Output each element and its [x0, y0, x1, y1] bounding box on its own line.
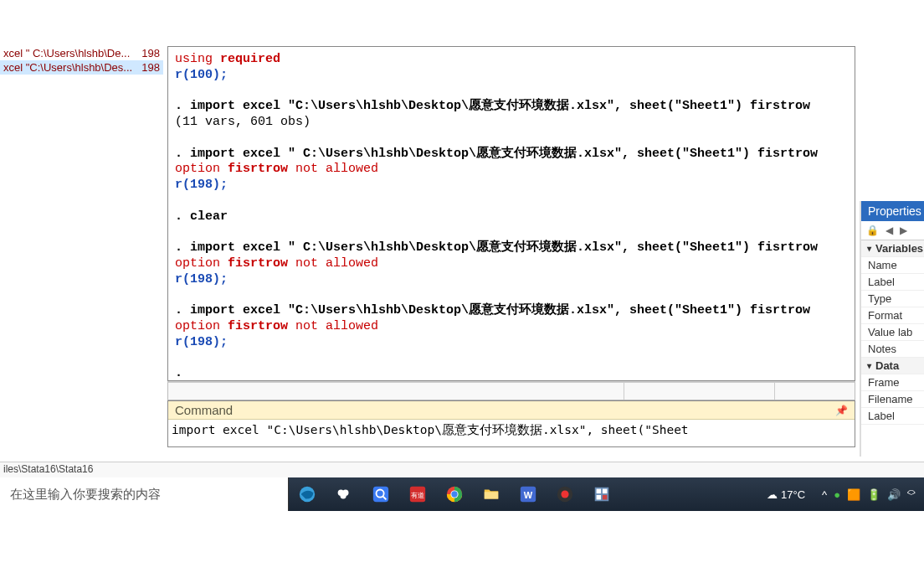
- svg-rect-14: [485, 492, 499, 498]
- svg-rect-4: [373, 487, 388, 502]
- top-blank-area: [0, 0, 924, 46]
- prop-type[interactable]: Type: [861, 291, 924, 307]
- file-explorer-icon[interactable]: [473, 477, 510, 511]
- tray-chevron-icon[interactable]: ^: [822, 488, 827, 501]
- prop-valuelab[interactable]: Value lab: [861, 324, 924, 341]
- command-header: Command 📌: [168, 401, 855, 420]
- tray-app-icon[interactable]: 🟧: [847, 488, 860, 501]
- svg-rect-20: [597, 489, 602, 494]
- svg-point-3: [340, 493, 346, 498]
- properties-pane: Properties 🔒 ◀ ▶ Variables Name Label Ty…: [860, 201, 924, 457]
- prop-section-data[interactable]: Data: [861, 358, 924, 374]
- history-rc: 198: [141, 61, 160, 74]
- prop-filename[interactable]: Filename: [861, 391, 924, 408]
- wps-icon[interactable]: W: [510, 477, 547, 511]
- properties-title: Properties: [861, 201, 924, 221]
- taskbar-search[interactable]: 在这里输入你要搜索的内容: [0, 477, 289, 511]
- nav-right-icon[interactable]: ▶: [900, 224, 907, 236]
- history-pane: xcel " C:\Users\hlshb\De... 198 xcel "C:…: [0, 46, 163, 457]
- history-cmd: xcel " C:\Users\hlshb\De...: [3, 47, 136, 59]
- prop-section-variables[interactable]: Variables: [861, 240, 924, 257]
- tray-wechat-icon[interactable]: ●: [834, 488, 840, 501]
- history-item[interactable]: xcel "C:\Users\hlshb\Des... 198: [0, 60, 163, 75]
- edge-icon[interactable]: [289, 477, 326, 511]
- results-text: using required r(100); . import excel "C…: [175, 52, 848, 381]
- record-icon[interactable]: [547, 477, 583, 511]
- prop-notes[interactable]: Notes: [861, 341, 924, 358]
- tray-battery-icon[interactable]: 🔋: [867, 488, 880, 501]
- weather-temp: 17°C: [781, 488, 805, 501]
- weather-widget[interactable]: ☁ 17°C: [767, 488, 805, 501]
- pin-icon[interactable]: 📌: [835, 405, 848, 416]
- prop-format[interactable]: Format: [861, 307, 924, 324]
- svg-text:有道: 有道: [411, 492, 424, 499]
- youdao-icon[interactable]: 有道: [399, 477, 436, 511]
- magnifier-app-icon[interactable]: [362, 477, 399, 511]
- results-status-bar: [167, 381, 855, 400]
- svg-rect-21: [603, 489, 608, 494]
- command-title: Command: [175, 403, 233, 417]
- nav-left-icon[interactable]: ◀: [886, 224, 893, 236]
- windows-taskbar: 在这里输入你要搜索的内容 有道 W ☁ 17°C ^ ● 🟧 🔋 🔊 ⌔: [0, 477, 924, 511]
- prop-label[interactable]: Label: [861, 274, 924, 291]
- history-item[interactable]: xcel " C:\Users\hlshb\De... 198: [0, 46, 163, 60]
- prop-name[interactable]: Name: [861, 257, 924, 274]
- svg-text:W: W: [524, 490, 533, 500]
- results-pane[interactable]: using required r(100); . import excel "C…: [167, 46, 855, 381]
- svg-point-13: [451, 491, 457, 497]
- stata-icon[interactable]: [583, 477, 620, 511]
- search-placeholder: 在这里输入你要搜索的内容: [10, 487, 161, 503]
- cloud-icon: ☁: [767, 488, 778, 501]
- lock-icon[interactable]: 🔒: [866, 224, 879, 236]
- tray-volume-icon[interactable]: 🔊: [887, 488, 901, 501]
- svg-rect-22: [597, 495, 602, 500]
- properties-toolbar: 🔒 ◀ ▶: [861, 221, 924, 240]
- prop-label2[interactable]: Label: [861, 408, 924, 425]
- prop-frame[interactable]: Frame: [861, 374, 924, 391]
- command-pane: Command 📌: [167, 400, 855, 447]
- task-icons: 有道 W: [289, 477, 620, 511]
- svg-rect-23: [603, 495, 608, 500]
- command-input[interactable]: [168, 420, 855, 440]
- system-tray: ☁ 17°C ^ ● 🟧 🔋 🔊 ⌔: [767, 487, 924, 502]
- cloud-app-icon[interactable]: [326, 477, 362, 511]
- main-status-bar: iles\Stata16\Stata16: [0, 462, 924, 477]
- svg-point-18: [561, 490, 568, 498]
- history-cmd: xcel "C:\Users\hlshb\Des...: [3, 61, 136, 74]
- tray-wifi-icon[interactable]: ⌔: [907, 487, 916, 502]
- chrome-icon[interactable]: [436, 477, 473, 511]
- history-rc: 198: [141, 47, 160, 59]
